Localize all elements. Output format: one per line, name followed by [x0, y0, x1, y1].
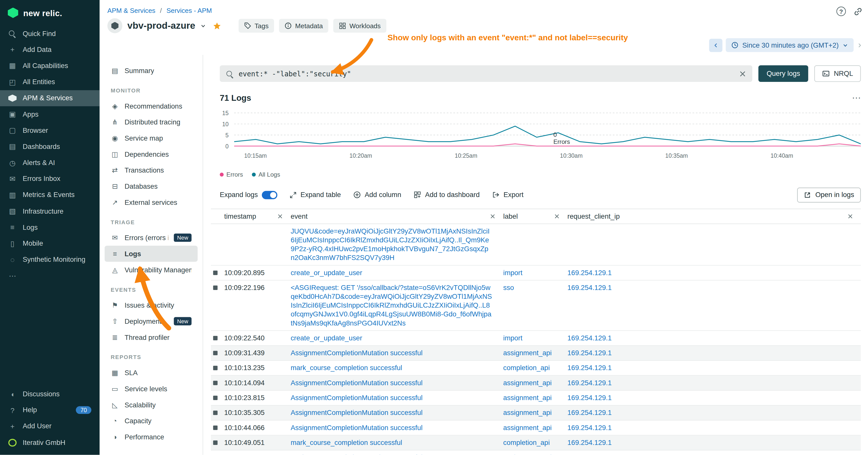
- sidebar-item-apm-services[interactable]: APM & Services: [0, 90, 99, 106]
- expand-logs-toggle[interactable]: [261, 191, 277, 199]
- nav-item-issues-activity[interactable]: ⚑Issues & activity: [104, 297, 197, 313]
- sidebar-item-add-data[interactable]: +Add Data: [0, 41, 99, 58]
- log-label-link[interactable]: assignment_api: [503, 379, 552, 387]
- log-event-link[interactable]: create_or_update_user: [290, 334, 362, 342]
- table-row[interactable]: 10:09:20.895create_or_update_userimport1…: [211, 265, 861, 281]
- log-label-link[interactable]: import: [503, 334, 523, 342]
- log-event-link[interactable]: AssignmentCompletionMutation successful: [290, 349, 423, 357]
- nav-item-summary[interactable]: ▤Summary: [104, 63, 197, 78]
- log-event-link[interactable]: AssignmentCompletionMutation successful: [290, 409, 423, 417]
- add-to-dashboard-button[interactable]: Add to dashboard: [413, 191, 479, 199]
- sidebar-item-all-entities[interactable]: ◰All Entities: [0, 74, 99, 90]
- table-row[interactable]: 10:10:49.051mark_course_completion succe…: [211, 435, 861, 451]
- table-row[interactable]: 10:09:22.196<ASGIRequest: GET '/sso/call…: [211, 281, 861, 331]
- nav-item-service-map[interactable]: ◉Service map: [104, 130, 197, 146]
- log-event-link[interactable]: AssignmentCompletionMutation successful: [290, 454, 423, 455]
- time-forward-button[interactable]: [857, 42, 863, 48]
- nav-item-thread-profiler[interactable]: ≣Thread profiler: [104, 329, 197, 346]
- row-checkbox[interactable]: [213, 425, 218, 430]
- row-checkbox[interactable]: [213, 381, 218, 385]
- log-query-input[interactable]: event:* -"label":"security": [220, 65, 752, 82]
- sidebar-item-alerts-ai[interactable]: ◷Alerts & AI: [0, 155, 99, 171]
- log-label-link[interactable]: completion_api: [503, 364, 550, 372]
- row-checkbox[interactable]: [213, 270, 218, 275]
- table-row[interactable]: 10:11:00.311AssignmentCompletionMutation…: [211, 451, 861, 455]
- remove-column-ip-icon[interactable]: [847, 214, 853, 219]
- time-back-button[interactable]: [709, 38, 722, 52]
- log-label-link[interactable]: assignment_api: [503, 424, 552, 431]
- table-row[interactable]: 10:10:35.305AssignmentCompletionMutation…: [211, 405, 861, 421]
- breadcrumb-link-services-apm[interactable]: Services - APM: [166, 6, 212, 14]
- sidebar-item-discussions[interactable]: ◖Discussions: [0, 386, 99, 402]
- log-label-link[interactable]: sso: [503, 284, 514, 292]
- log-event-link[interactable]: AssignmentCompletionMutation successful: [290, 424, 423, 431]
- log-ip-link[interactable]: 169.254.129.1: [567, 409, 612, 417]
- column-header-event[interactable]: event: [290, 213, 503, 220]
- sidebar-item-errors-inbox[interactable]: ✉Errors Inbox: [0, 171, 99, 187]
- table-row[interactable]: 10:10:13.235mark_course_completion succe…: [211, 361, 861, 376]
- sidebar-item-add-user[interactable]: +Add User: [0, 418, 99, 434]
- log-ip-link[interactable]: 169.254.129.1: [567, 334, 612, 342]
- nav-item-recommendations[interactable]: ◈Recommendations: [104, 98, 197, 114]
- log-ip-link[interactable]: 169.254.129.1: [567, 424, 612, 431]
- sidebar-item-dashboards[interactable]: ▤Dashboards: [0, 138, 99, 155]
- log-ip-link[interactable]: 169.254.129.1: [567, 364, 612, 372]
- log-ip-link[interactable]: 169.254.129.1: [567, 269, 612, 277]
- workloads-button[interactable]: Workloads: [334, 19, 386, 33]
- log-ip-link[interactable]: 169.254.129.1: [567, 379, 612, 387]
- row-checkbox[interactable]: [213, 286, 218, 290]
- legend-item-errors[interactable]: Errors: [220, 171, 243, 177]
- table-row[interactable]: 10:10:14.094AssignmentCompletionMutation…: [211, 376, 861, 390]
- log-ip-link[interactable]: 169.254.129.1: [567, 454, 612, 455]
- nrql-button[interactable]: NRQL: [814, 65, 861, 82]
- logs-timeseries-chart[interactable]: [234, 111, 861, 148]
- legend-item-all-logs[interactable]: All Logs: [252, 171, 280, 177]
- log-event-link[interactable]: AssignmentCompletionMutation successful: [290, 394, 423, 402]
- log-label-link[interactable]: assignment_api: [503, 394, 552, 402]
- expand-table-button[interactable]: Expand table: [289, 191, 341, 199]
- sidebar-item-mobile[interactable]: ▯Mobile: [0, 235, 99, 252]
- remove-column-event-icon[interactable]: [490, 214, 496, 219]
- log-event-link[interactable]: mark_course_completion successful: [290, 364, 402, 372]
- sidebar-item-infrastructure[interactable]: ▧Infrastructure: [0, 203, 99, 219]
- log-label-link[interactable]: assignment_api: [503, 454, 552, 455]
- table-row[interactable]: 10:10:23.815AssignmentCompletionMutation…: [211, 391, 861, 405]
- log-ip-link[interactable]: 169.254.129.1: [567, 349, 612, 357]
- favorite-star-icon[interactable]: [213, 22, 221, 30]
- sidebar-item-help[interactable]: ?Help70: [0, 402, 99, 418]
- sidebar-item-browser[interactable]: ▢Browser: [0, 123, 99, 138]
- row-checkbox[interactable]: [213, 336, 218, 340]
- log-ip-link[interactable]: 169.254.129.1: [567, 439, 612, 447]
- nav-item-databases[interactable]: ⊟Databases: [104, 178, 197, 194]
- query-logs-button[interactable]: Query logs: [758, 65, 808, 82]
- remove-column-label-icon[interactable]: [554, 214, 560, 219]
- sidebar-item-quick-find[interactable]: Quick Find: [0, 26, 99, 41]
- nav-item-performance[interactable]: ◑Performance: [104, 429, 197, 445]
- row-checkbox[interactable]: [213, 366, 218, 370]
- row-checkbox[interactable]: [213, 411, 218, 415]
- row-checkbox[interactable]: [213, 441, 218, 445]
- table-row[interactable]: 10:09:22.540create_or_update_userimport1…: [211, 331, 861, 346]
- tags-button[interactable]: Tags: [239, 19, 274, 33]
- nav-item-sla[interactable]: ▦SLA: [104, 364, 197, 381]
- entity-switcher-chevron-down-icon[interactable]: [200, 23, 206, 29]
- column-header-request-client-ip[interactable]: request_client_ip: [567, 213, 861, 220]
- table-row[interactable]: JUQVU&code=eyJraWQiOiJjcGltY29yZV8wOTl1M…: [211, 224, 861, 266]
- sidebar-item-iterativ-gmbh[interactable]: Iterativ GmbH: [0, 434, 99, 451]
- log-event-link[interactable]: AssignmentCompletionMutation successful: [290, 379, 423, 387]
- log-label-link[interactable]: assignment_api: [503, 349, 552, 357]
- more-options-icon[interactable]: ⋯: [852, 95, 861, 100]
- nav-item-vulnerability-management[interactable]: ◬Vulnerability Management: [104, 262, 197, 278]
- nav-item-errors-errors-inb[interactable]: ✉Errors (errors inb...New: [104, 230, 197, 246]
- metadata-button[interactable]: Metadata: [279, 19, 329, 33]
- nav-item-capacity[interactable]: ◔Capacity: [104, 413, 197, 429]
- sidebar-item-item[interactable]: ⋯: [0, 268, 99, 284]
- sidebar-item-apps[interactable]: ▣Apps: [0, 106, 99, 123]
- nav-item-external-services[interactable]: ↗External services: [104, 194, 197, 210]
- log-event-link[interactable]: mark_course_completion successful: [290, 439, 402, 447]
- nav-item-dependencies[interactable]: ◫Dependencies: [104, 146, 197, 162]
- nav-item-logs[interactable]: ≡Logs: [104, 246, 197, 262]
- table-row[interactable]: 10:09:31.439AssignmentCompletionMutation…: [211, 346, 861, 361]
- remove-column-timestamp-icon[interactable]: [277, 214, 283, 219]
- add-column-button[interactable]: Add column: [353, 191, 401, 199]
